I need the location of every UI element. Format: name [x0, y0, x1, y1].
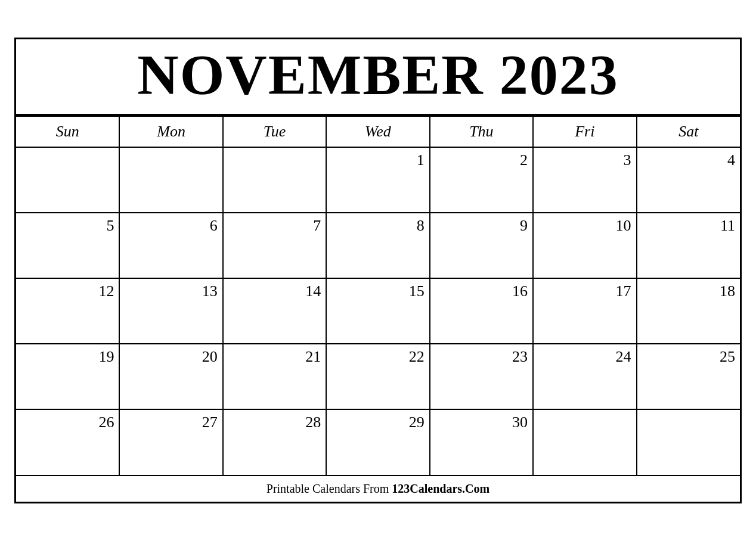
calendar-day-cell: 26	[16, 409, 119, 475]
calendar-week-row: 19202122232425	[16, 344, 740, 409]
calendar-day-cell: 6	[119, 213, 222, 278]
calendar-day-cell: 30	[430, 409, 533, 475]
day-number: 23	[433, 348, 528, 366]
calendar-day-cell	[533, 409, 636, 475]
day-number: 4	[640, 151, 735, 169]
calendar-day-cell: 24	[533, 344, 636, 409]
days-header-row: SunMonTueWedThuFriSat	[16, 116, 740, 147]
day-number: 24	[536, 348, 631, 366]
day-number: 8	[329, 217, 424, 235]
day-of-week-header: Sun	[16, 116, 119, 147]
day-number: 25	[640, 348, 735, 366]
day-number: 1	[329, 151, 424, 169]
day-of-week-header: Fri	[533, 116, 636, 147]
calendar-container: NOVEMBER 2023 SunMonTueWedThuFriSat 1234…	[14, 38, 742, 503]
day-number: 7	[226, 217, 321, 235]
day-number: 5	[18, 217, 114, 235]
day-number: 2	[433, 151, 528, 169]
calendar-day-cell: 4	[637, 147, 740, 213]
day-number: 13	[122, 282, 217, 300]
day-number: 9	[433, 217, 528, 235]
day-number: 19	[18, 348, 114, 366]
calendar-week-row: 12131415161718	[16, 278, 740, 344]
calendar-day-cell: 1	[326, 147, 429, 213]
calendar-day-cell	[637, 409, 740, 475]
calendar-day-cell: 13	[119, 278, 222, 344]
day-number: 27	[122, 413, 217, 431]
day-number: 30	[433, 413, 528, 431]
day-number: 26	[18, 413, 114, 431]
calendar-day-cell: 27	[119, 409, 222, 475]
day-number: 11	[640, 217, 735, 235]
calendar-day-cell: 5	[16, 213, 119, 278]
footer-text-bold: 123Calendars.Com	[392, 482, 489, 495]
calendar-day-cell	[16, 147, 119, 213]
calendar-day-cell: 23	[430, 344, 533, 409]
calendar-day-cell	[223, 147, 326, 213]
calendar-day-cell: 19	[16, 344, 119, 409]
day-number: 15	[329, 282, 424, 300]
calendar-day-cell: 9	[430, 213, 533, 278]
calendar-day-cell	[119, 147, 222, 213]
day-number: 22	[329, 348, 424, 366]
calendar-day-cell: 17	[533, 278, 636, 344]
footer-text-plain: Printable Calendars From	[267, 482, 392, 495]
day-of-week-header: Sat	[637, 116, 740, 147]
day-number: 20	[122, 348, 217, 366]
day-number: 12	[18, 282, 114, 300]
day-of-week-header: Thu	[430, 116, 533, 147]
day-number: 21	[226, 348, 321, 366]
calendar-week-row: 1234	[16, 147, 740, 213]
day-number: 10	[536, 217, 631, 235]
calendar-day-cell: 11	[637, 213, 740, 278]
calendar-day-cell: 18	[637, 278, 740, 344]
calendar-day-cell: 2	[430, 147, 533, 213]
calendar-day-cell: 3	[533, 147, 636, 213]
calendar-week-row: 2627282930	[16, 409, 740, 475]
calendar-day-cell: 21	[223, 344, 326, 409]
calendar-day-cell: 22	[326, 344, 429, 409]
calendar-day-cell: 12	[16, 278, 119, 344]
calendar-day-cell: 20	[119, 344, 222, 409]
calendar-day-cell: 25	[637, 344, 740, 409]
day-number: 3	[536, 151, 631, 169]
calendar-day-cell: 10	[533, 213, 636, 278]
calendar-body: 1234567891011121314151617181920212223242…	[16, 147, 740, 475]
day-number: 14	[226, 282, 321, 300]
calendar-day-cell: 29	[326, 409, 429, 475]
calendar-day-cell: 14	[223, 278, 326, 344]
calendar-header: NOVEMBER 2023	[16, 39, 740, 116]
calendar-grid: SunMonTueWedThuFriSat 123456789101112131…	[16, 116, 740, 475]
calendar-title: NOVEMBER 2023	[16, 45, 740, 105]
calendar-day-cell: 15	[326, 278, 429, 344]
calendar-footer: Printable Calendars From 123Calendars.Co…	[16, 475, 740, 502]
calendar-day-cell: 8	[326, 213, 429, 278]
calendar-day-cell: 7	[223, 213, 326, 278]
day-number: 16	[433, 282, 528, 300]
day-number: 17	[536, 282, 631, 300]
day-number: 6	[122, 217, 217, 235]
calendar-week-row: 567891011	[16, 213, 740, 278]
day-of-week-header: Wed	[326, 116, 429, 147]
calendar-day-cell: 16	[430, 278, 533, 344]
day-number: 29	[329, 413, 424, 431]
day-of-week-header: Mon	[119, 116, 222, 147]
day-of-week-header: Tue	[223, 116, 326, 147]
day-number: 18	[640, 282, 735, 300]
calendar-day-cell: 28	[223, 409, 326, 475]
day-number: 28	[226, 413, 321, 431]
